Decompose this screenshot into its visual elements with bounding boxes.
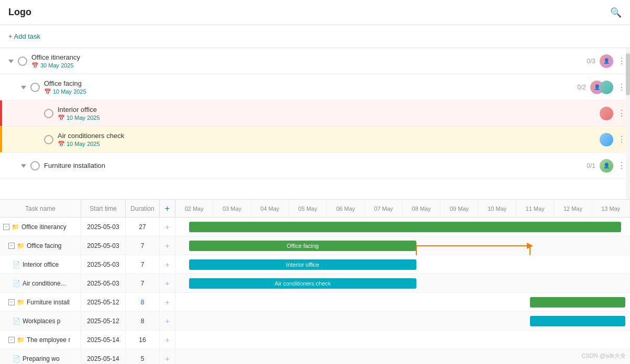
date-col-3: 05 May xyxy=(289,200,327,217)
gantt-bar-area-0 xyxy=(175,218,630,236)
gantt-area: Task name Start time Duration + 02 May 0… xyxy=(0,200,630,364)
task-list-area: Office itinerancy 📅 30 May 2025 0/3 👤 ⋮ … xyxy=(0,48,630,200)
date-col-4: 06 May xyxy=(327,200,364,217)
task-date-office-itinerancy: 📅 30 May 2025 xyxy=(31,62,587,69)
gantt-start-0: 2025-05-03 xyxy=(81,218,126,236)
date-col-8: 10 May xyxy=(479,200,516,217)
gantt-bar-area-1: Office facing xyxy=(175,236,630,255)
gantt-row-6: − 📁 The employee r 2025-05-14 16 + xyxy=(0,331,630,349)
gantt-bar-area-6 xyxy=(175,331,630,349)
date-col-1: 03 May xyxy=(213,200,251,217)
bar-office-itinerancy xyxy=(189,222,621,232)
bar-interior-office: Interior office xyxy=(189,259,416,270)
gantt-task-7: 📄 Preparing wo xyxy=(0,349,81,364)
gantt-task-name-3: Air conditione... xyxy=(23,280,66,287)
gantt-start-7: 2025-05-14 xyxy=(81,349,126,364)
calendar-icon: 📅 xyxy=(44,88,51,95)
gantt-row-2: 📄 Interior office 2025-05-03 7 + Interio… xyxy=(0,255,630,274)
avatar-air xyxy=(600,133,613,146)
task-more-interior[interactable]: ⋮ xyxy=(617,108,626,118)
gantt-task-name-6: The employee r xyxy=(27,336,70,344)
task-more-furniture[interactable]: ⋮ xyxy=(617,161,626,170)
gantt-add-6[interactable]: + xyxy=(160,331,175,349)
avatar-facing-2 xyxy=(600,81,613,94)
task-right-interior: ⋮ xyxy=(600,107,626,120)
avatar-group-facing: 👤 xyxy=(590,81,613,94)
collapse-icon-1[interactable]: − xyxy=(8,243,15,249)
gantt-column-headers: Task name Start time Duration + 02 May 0… xyxy=(0,200,630,218)
gantt-add-0[interactable]: + xyxy=(160,218,175,236)
app-header: Logo 🔍 xyxy=(0,0,630,25)
search-icon[interactable]: 🔍 xyxy=(610,7,622,18)
col-task-name: Task name xyxy=(0,200,81,217)
avatar-interior xyxy=(600,107,613,120)
col-duration: Duration xyxy=(126,200,160,217)
task-more-facing[interactable]: ⋮ xyxy=(617,82,626,92)
gantt-bar-area-3: Air conditioners check xyxy=(175,274,630,292)
date-text: 30 May 2025 xyxy=(40,62,74,69)
bar-workplaces xyxy=(530,316,625,326)
gantt-row-4: − 📁 Furniture install 2025-05-12 8 + xyxy=(0,293,630,312)
date-col-9: 11 May xyxy=(516,200,554,217)
date-col-7: 09 May xyxy=(440,200,478,217)
gantt-task-name-2: Interior office xyxy=(23,261,59,268)
calendar-icon: 📅 xyxy=(58,115,65,121)
gantt-task-2: 📄 Interior office xyxy=(0,255,81,274)
gantt-duration-7: 5 xyxy=(126,349,160,364)
task-count-office-itinerancy: 0/3 xyxy=(587,58,595,65)
task-count-furniture: 0/1 xyxy=(587,162,595,169)
gantt-duration-5: 8 xyxy=(126,312,160,330)
collapse-icon-6[interactable]: − xyxy=(8,337,15,343)
folder-icon-6: 📁 xyxy=(17,336,25,344)
file-icon-5: 📄 xyxy=(13,317,20,325)
col-add[interactable]: + xyxy=(160,200,175,217)
date-col-11: 13 May xyxy=(592,200,630,217)
add-task-button[interactable]: + Add task xyxy=(8,32,40,40)
gantt-add-3[interactable]: + xyxy=(160,274,175,292)
task-item-office-facing: Office facing 📅 10 May 2025 0/2 👤 ⋮ xyxy=(0,74,630,100)
task-right-air: ⋮ xyxy=(600,133,626,146)
gantt-bar-area-2: Interior office xyxy=(175,255,630,274)
task-date-office-facing: 📅 10 May 2025 xyxy=(44,88,577,95)
folder-icon-1: 📁 xyxy=(17,242,25,249)
task-list-scrollbar[interactable] xyxy=(626,48,630,199)
gantt-add-7[interactable]: + xyxy=(160,349,175,364)
task-info-air: Air conditioners check 📅 10 May 2025 xyxy=(58,132,600,147)
file-icon-2: 📄 xyxy=(13,261,20,268)
gantt-add-1[interactable]: + xyxy=(160,236,175,255)
bar-label-2: Interior office xyxy=(286,261,319,268)
gantt-add-5[interactable]: + xyxy=(160,312,175,330)
gantt-duration-2: 7 xyxy=(126,255,160,274)
gantt-start-3: 2025-05-03 xyxy=(81,274,126,292)
date-col-2: 04 May xyxy=(251,200,289,217)
watermark: CSDN @sdk大全 xyxy=(581,352,626,360)
gantt-start-6: 2025-05-14 xyxy=(81,331,126,349)
date-text: 10 May 2025 xyxy=(67,141,100,147)
collapse-icon-0[interactable]: − xyxy=(3,224,9,230)
calendar-icon: 📅 xyxy=(31,62,39,69)
task-circle xyxy=(18,56,27,66)
gantt-duration-0: 27 xyxy=(126,218,160,236)
gantt-add-4[interactable]: + xyxy=(160,293,175,311)
collapse-icon-4[interactable]: − xyxy=(8,299,15,305)
bar-furniture xyxy=(530,297,625,308)
gantt-bar-area-4 xyxy=(175,293,630,311)
task-date-interior-office: 📅 10 May 2025 xyxy=(58,115,600,121)
task-circle-furniture xyxy=(30,161,40,170)
gantt-row-1: − 📁 Office facing 2025-05-03 7 + Office … xyxy=(0,236,630,255)
expand-office-facing[interactable] xyxy=(21,84,28,90)
task-circle-interior xyxy=(44,109,53,118)
task-more-office-itinerancy[interactable]: ⋮ xyxy=(617,56,626,66)
task-more-air[interactable]: ⋮ xyxy=(617,134,626,144)
task-date-air-conditioners: 📅 10 May 2025 xyxy=(58,141,600,147)
task-right-facing: 0/2 👤 ⋮ xyxy=(577,81,626,94)
task-info: Office itinerancy 📅 30 May 2025 xyxy=(31,53,587,69)
expand-furniture[interactable] xyxy=(21,163,28,169)
gantt-task-name-0: Office itinerancy xyxy=(21,223,67,231)
gantt-task-6: − 📁 The employee r xyxy=(0,331,81,349)
gantt-add-2[interactable]: + xyxy=(160,255,175,274)
gantt-row-5: 📄 Workplaces p 2025-05-12 8 + xyxy=(0,312,630,331)
gantt-row-7: 📄 Preparing wo 2025-05-14 5 + xyxy=(0,349,630,364)
task-name-interior-office: Interior office xyxy=(58,106,600,113)
expand-office-itinerancy[interactable] xyxy=(8,58,16,64)
